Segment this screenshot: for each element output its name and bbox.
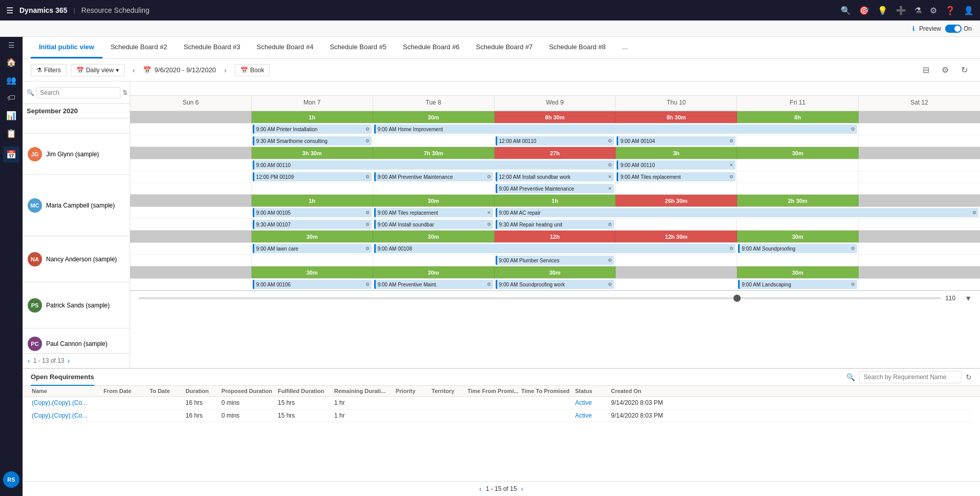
- settings-icon[interactable]: ⚙: [937, 63, 953, 77]
- daily-view-button[interactable]: 📅 Daily view ▾: [71, 64, 125, 76]
- event-settings-icon6[interactable]: ⚙: [608, 162, 612, 168]
- event-settings-icon11[interactable]: ⚙: [972, 210, 976, 215]
- event-settings-icon19[interactable]: ⚙: [365, 282, 370, 287]
- event-pc-soundproofing[interactable]: 9:00 AM Soundproofing work ⚙: [496, 280, 615, 289]
- resource-search-input[interactable]: [36, 87, 120, 98]
- next-date-button[interactable]: ›: [220, 64, 231, 76]
- lightbulb-icon[interactable]: 💡: [877, 6, 888, 15]
- event-preventive-maint-2[interactable]: 9:00 AM Preventive Maintenance ✕: [496, 184, 615, 193]
- help-icon[interactable]: ❓: [945, 6, 955, 15]
- table-prev-btn[interactable]: ‹: [479, 485, 482, 493]
- collapse-icon[interactable]: ▼: [965, 294, 972, 302]
- event-close-x2[interactable]: ✕: [608, 174, 612, 179]
- event-na-repair-heating[interactable]: 9:30 AM Repair heating unit ⚙: [496, 220, 615, 229]
- event-settings-icon12[interactable]: ⚙: [365, 222, 370, 227]
- event-00110[interactable]: 12:00 AM 00110 ⚙: [496, 136, 615, 146]
- req-status-2[interactable]: Active: [574, 412, 610, 419]
- sort-icon[interactable]: ⇅: [122, 89, 128, 96]
- event-settings-icon2[interactable]: ⚙: [851, 127, 855, 132]
- event-na-00107[interactable]: 9:30 AM 00107 ⚙: [253, 220, 372, 229]
- event-settings-icon18[interactable]: ⚙: [608, 258, 612, 263]
- event-settings-icon8[interactable]: ⚙: [487, 174, 491, 179]
- event-settings-icon21[interactable]: ⚙: [608, 282, 612, 287]
- event-mc-00110-a[interactable]: 9:00 AM 00110 ⚙: [253, 160, 615, 170]
- tab-schedule-board-6[interactable]: Schedule Board #6: [395, 37, 468, 58]
- search-icon[interactable]: 🔍: [841, 6, 851, 15]
- event-smarthome[interactable]: 9:30 AM Smarthome consulting ⚙: [253, 136, 372, 146]
- event-settings-icon5[interactable]: ⚙: [729, 138, 733, 143]
- event-settings-icon9[interactable]: ⚙: [729, 174, 733, 179]
- nav-people-icon[interactable]: 👥: [6, 75, 16, 85]
- event-ps-plumber[interactable]: 9:00 AM Plumber Services ⚙: [496, 256, 615, 265]
- col-from-date[interactable]: From Date: [103, 388, 149, 394]
- filters-button[interactable]: ⚗ Filters: [31, 64, 67, 76]
- compass-icon[interactable]: 🎯: [859, 6, 869, 15]
- event-install-soundbar[interactable]: 12:00 AM Install soundbar work ✕: [496, 172, 615, 181]
- zoom-slider-thumb[interactable]: [733, 295, 741, 302]
- requirement-search-input[interactable]: [859, 371, 962, 383]
- event-close-x4[interactable]: ✕: [487, 210, 491, 215]
- event-tiles-replacement[interactable]: 9:00 AM Tiles replacement ⚙: [617, 172, 736, 181]
- nav-calendar-icon[interactable]: 📅: [3, 147, 19, 162]
- tab-schedule-board-7[interactable]: Schedule Board #7: [468, 37, 541, 58]
- event-printer-install[interactable]: 9:00 AM Printer Installation ⚙: [253, 125, 372, 134]
- req-name-1[interactable]: (Copy).(Copy).(Co...: [31, 399, 103, 406]
- preview-toggle[interactable]: On: [945, 25, 972, 33]
- event-mc-00109[interactable]: 12:00 PM 00109 ⚙: [253, 172, 372, 181]
- event-home-improvement[interactable]: 9:00 AM Home Improvement ⚙: [374, 125, 857, 134]
- event-settings-icon4[interactable]: ⚙: [608, 138, 612, 143]
- plus-icon[interactable]: ➕: [896, 6, 906, 15]
- zoom-slider-track[interactable]: [138, 297, 941, 299]
- event-settings-icon[interactable]: ⚙: [365, 127, 370, 132]
- tab-schedule-board-3[interactable]: Schedule Board #3: [175, 37, 249, 58]
- event-settings-icon7[interactable]: ⚙: [365, 174, 370, 179]
- prev-date-button[interactable]: ‹: [129, 64, 139, 76]
- event-settings-icon10[interactable]: ⚙: [365, 210, 370, 215]
- tab-initial-public-view[interactable]: Initial public view: [31, 37, 103, 58]
- filter-icon[interactable]: ⚗: [914, 6, 922, 15]
- user-icon[interactable]: 👤: [964, 6, 974, 15]
- event-settings-icon14[interactable]: ⚙: [608, 222, 612, 227]
- event-na-ac-repair[interactable]: 9:00 AM AC repair ⚙: [496, 208, 978, 217]
- event-preventive-maint[interactable]: 9:00 AM Preventive Maintenance ⚙: [374, 172, 493, 181]
- resource-item-paul[interactable]: PC Paul Cannon (sample): [23, 328, 130, 353]
- event-settings-icon20[interactable]: ⚙: [487, 282, 491, 287]
- event-pc-landscaping[interactable]: 9:00 AM Landscaping ⚙: [738, 280, 857, 289]
- event-na-install-soundbar[interactable]: 9:00 AM Install soundbar ⚙: [374, 220, 493, 229]
- hamburger-icon[interactable]: ☰: [6, 6, 13, 15]
- tab-schedule-board-4[interactable]: Schedule Board #4: [249, 37, 322, 58]
- event-ps-soundproofing[interactable]: 9:00 AM Soundproofing ⚙: [738, 244, 857, 253]
- nav-person-tag-icon[interactable]: 🏷: [7, 93, 15, 102]
- user-avatar[interactable]: RS: [3, 471, 19, 488]
- req-name-2[interactable]: (Copy).(Copy).(Co...: [31, 412, 103, 419]
- resource-item-jim[interactable]: JG Jim Glynn (sample): [23, 134, 130, 175]
- event-settings-icon16[interactable]: ⚙: [729, 246, 733, 251]
- event-close-x3[interactable]: ✕: [608, 186, 612, 191]
- tab-more[interactable]: ...: [614, 37, 636, 58]
- event-na-00105[interactable]: 9:00 AM 00105 ⚙: [253, 208, 372, 217]
- resource-item-patrick[interactable]: PS Patrick Sands (sample): [23, 282, 130, 328]
- event-settings-icon17[interactable]: ⚙: [851, 246, 855, 251]
- list-view-icon[interactable]: ⊟: [918, 63, 933, 77]
- tab-schedule-board-2[interactable]: Schedule Board #2: [103, 37, 176, 58]
- tab-schedule-board-5[interactable]: Schedule Board #5: [321, 37, 395, 58]
- event-na-tiles[interactable]: 9:00 AM Tiles replacement ✕: [374, 208, 493, 217]
- nav-home-icon[interactable]: 🏠: [6, 57, 16, 67]
- event-00104[interactable]: 9:00 AM 00104 ⚙: [617, 136, 736, 146]
- event-ps-lawn-care[interactable]: 9:00 AM lawn care ⚙: [253, 244, 372, 253]
- refresh-icon[interactable]: ↻: [957, 63, 972, 77]
- refresh-req-icon[interactable]: ↻: [966, 373, 972, 381]
- tab-schedule-board-8[interactable]: Schedule Board #8: [541, 37, 614, 58]
- gear-icon[interactable]: ⚙: [930, 6, 937, 15]
- event-settings-icon3[interactable]: ⚙: [365, 138, 370, 143]
- event-settings-icon15[interactable]: ⚙: [365, 246, 370, 251]
- resource-prev-btn[interactable]: ‹: [28, 357, 30, 365]
- book-button[interactable]: 📅 Book: [235, 64, 270, 76]
- req-status-1[interactable]: Active: [574, 399, 610, 406]
- resource-item-nancy[interactable]: NA Nancy Anderson (sample): [23, 236, 130, 282]
- nav-chart-icon[interactable]: 📊: [6, 111, 16, 120]
- resource-next-btn[interactable]: ›: [67, 357, 70, 365]
- event-ps-00108[interactable]: 9:00 AM 00108 ⚙: [374, 244, 736, 253]
- event-pc-prev-maint[interactable]: 9:00 AM Preventive Maint. ⚙: [374, 280, 493, 289]
- event-settings-icon22[interactable]: ⚙: [851, 282, 855, 287]
